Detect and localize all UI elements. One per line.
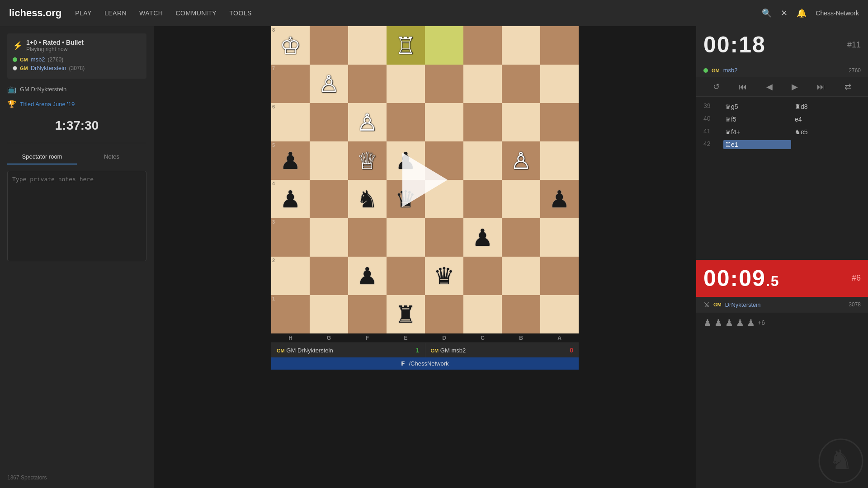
- board-square[interactable]: 8♔: [271, 26, 310, 65]
- board-square[interactable]: [540, 218, 579, 257]
- board-square[interactable]: 1: [271, 295, 310, 333]
- board-square[interactable]: [463, 257, 502, 295]
- board-square[interactable]: [463, 141, 502, 180]
- sidebar-timer: 1:37:30: [7, 115, 146, 136]
- board-square[interactable]: [502, 65, 540, 103]
- board-square[interactable]: [310, 257, 348, 295]
- flip-button[interactable]: ⇄: [844, 82, 851, 92]
- move-39-white[interactable]: ♛g5: [723, 102, 791, 111]
- chess-piece: ♟: [357, 264, 378, 288]
- board-square[interactable]: [540, 141, 579, 180]
- board-square[interactable]: 3: [271, 218, 310, 257]
- board-square[interactable]: [387, 103, 425, 141]
- board-square[interactable]: ♛: [425, 257, 463, 295]
- move-41-white[interactable]: ♛f4+: [723, 127, 791, 136]
- tournament-link[interactable]: Titled Arena June '19: [20, 101, 75, 108]
- player2-name[interactable]: DrNykterstein: [31, 65, 66, 71]
- board-square[interactable]: [502, 257, 540, 295]
- board-square[interactable]: [540, 103, 579, 141]
- move-42-white[interactable]: ♖e1: [723, 140, 791, 149]
- board-square[interactable]: ♟: [348, 257, 387, 295]
- board-square[interactable]: 7: [271, 65, 310, 103]
- board-square[interactable]: [425, 103, 463, 141]
- move-39-black[interactable]: ♜d8: [793, 102, 861, 111]
- board-square[interactable]: ♟: [540, 180, 579, 218]
- board-square[interactable]: [540, 26, 579, 65]
- board-square[interactable]: [310, 180, 348, 218]
- board-square[interactable]: [425, 295, 463, 333]
- board-square[interactable]: [463, 180, 502, 218]
- spectator-icon4: ♟: [736, 317, 744, 328]
- board-square[interactable]: [463, 26, 502, 65]
- nav-community[interactable]: COMMUNITY: [175, 9, 217, 17]
- board-square[interactable]: [540, 295, 579, 333]
- nav-learn[interactable]: LEARN: [104, 9, 127, 17]
- search-icon[interactable]: 🔍: [762, 8, 772, 18]
- board-square[interactable]: ♜: [387, 295, 425, 333]
- board-square[interactable]: [463, 103, 502, 141]
- prev-move-button[interactable]: ◀: [766, 82, 773, 92]
- board-square[interactable]: [310, 295, 348, 333]
- board-square[interactable]: 4♟: [271, 180, 310, 218]
- board-square[interactable]: ♟: [463, 218, 502, 257]
- board-square[interactable]: [348, 65, 387, 103]
- board-square[interactable]: ♙: [348, 103, 387, 141]
- board-square[interactable]: ♙: [502, 141, 540, 180]
- board-square[interactable]: [348, 218, 387, 257]
- next-move-button[interactable]: ▶: [792, 82, 798, 92]
- board-square[interactable]: [348, 26, 387, 65]
- player2-rating: (3078): [69, 65, 85, 71]
- nav-play[interactable]: PLAY: [75, 9, 92, 17]
- tv-player-name[interactable]: GM DrNykterstein: [20, 86, 66, 93]
- board-square[interactable]: [502, 295, 540, 333]
- board-square[interactable]: [540, 257, 579, 295]
- board-square[interactable]: ♕: [348, 141, 387, 180]
- username[interactable]: Chess-Network: [816, 9, 859, 17]
- facebook-row[interactable]: 𝗙 /ChessNetwork: [271, 357, 579, 370]
- move-40-black[interactable]: e4: [793, 115, 861, 124]
- top-player-name[interactable]: msb2: [723, 67, 738, 74]
- notes-textarea[interactable]: [7, 171, 146, 261]
- site-logo[interactable]: lichess.org: [9, 7, 61, 19]
- board-square[interactable]: [425, 26, 463, 65]
- board-square[interactable]: ♞: [348, 180, 387, 218]
- tab-spectator-room[interactable]: Spectator room: [7, 150, 77, 164]
- first-move-button[interactable]: ⏮: [739, 82, 747, 92]
- play-button[interactable]: [402, 153, 448, 207]
- notification-icon[interactable]: 🔔: [797, 8, 807, 18]
- move-41-black[interactable]: ♞e5: [793, 127, 861, 136]
- move-40-white[interactable]: ♛f5: [723, 115, 791, 124]
- player2-row: GM DrNykterstein (3078): [13, 65, 141, 71]
- board-square[interactable]: ♙: [310, 65, 348, 103]
- board-square[interactable]: [425, 218, 463, 257]
- board-square[interactable]: 2: [271, 257, 310, 295]
- board-square[interactable]: [310, 103, 348, 141]
- move-42-black: [793, 140, 861, 149]
- nav-tools[interactable]: TOOLS: [229, 9, 252, 17]
- bottom-player-name[interactable]: DrNykterstein: [725, 301, 761, 308]
- board-square[interactable]: [310, 141, 348, 180]
- board-square[interactable]: [425, 65, 463, 103]
- board-square[interactable]: [502, 218, 540, 257]
- board-square[interactable]: [502, 26, 540, 65]
- board-square[interactable]: [502, 180, 540, 218]
- board-square[interactable]: 5♟: [271, 141, 310, 180]
- player1-name[interactable]: msb2: [31, 56, 45, 63]
- board-square[interactable]: [310, 218, 348, 257]
- board-square[interactable]: [540, 65, 579, 103]
- tab-notes[interactable]: Notes: [77, 150, 146, 164]
- last-move-button[interactable]: ⏭: [817, 82, 825, 92]
- board-square[interactable]: [310, 26, 348, 65]
- board-square[interactable]: [463, 65, 502, 103]
- nav-watch[interactable]: WATCH: [139, 9, 163, 17]
- board-square[interactable]: 6: [271, 103, 310, 141]
- refresh-button[interactable]: ↺: [713, 82, 720, 92]
- board-square[interactable]: [463, 295, 502, 333]
- board-square[interactable]: [387, 218, 425, 257]
- board-square[interactable]: ♖: [387, 26, 425, 65]
- board-square[interactable]: [502, 103, 540, 141]
- close-icon[interactable]: ✕: [781, 8, 788, 18]
- board-square[interactable]: [348, 295, 387, 333]
- board-square[interactable]: [387, 257, 425, 295]
- board-square[interactable]: [387, 65, 425, 103]
